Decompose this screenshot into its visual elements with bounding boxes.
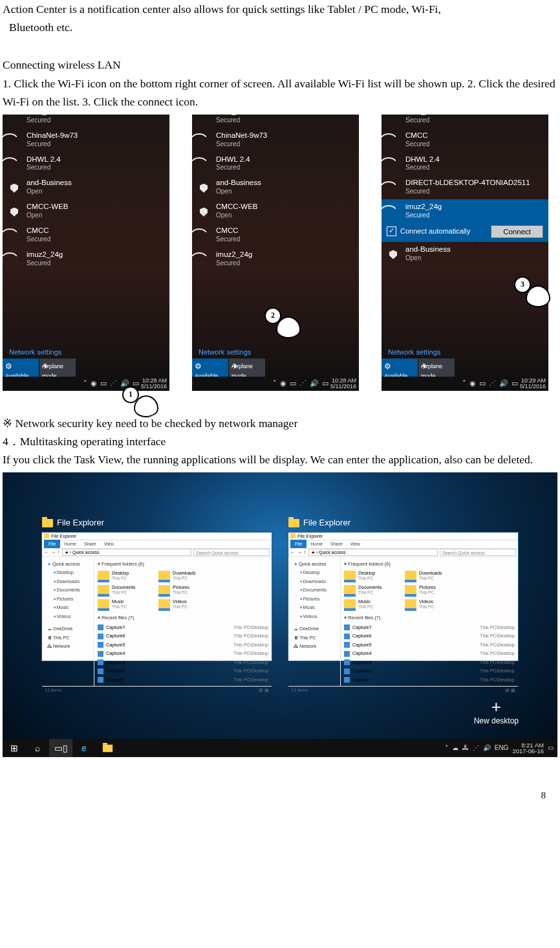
- wifi-network-item[interactable]: CMCC-WEBOpen: [3, 199, 169, 223]
- nav-item[interactable]: Documents: [291, 586, 338, 595]
- tray-network-icon[interactable]: 🖧: [462, 743, 469, 753]
- address-bar[interactable]: ★ › Quick access: [308, 549, 438, 556]
- nav-item[interactable]: Pictures: [291, 595, 338, 604]
- recent-file[interactable]: Capture7This PC\Desktop: [98, 623, 268, 632]
- nav-item[interactable]: Downloads: [291, 577, 338, 586]
- tray-location-icon[interactable]: ◉: [469, 378, 476, 390]
- frequent-folder[interactable]: PicturesThis PC: [158, 584, 214, 598]
- edge-button[interactable]: e: [72, 739, 96, 757]
- new-desktop-button[interactable]: + New desktop: [474, 698, 519, 727]
- wifi-network-item[interactable]: imuz2_24gSecured✓Connect automaticallyCo…: [382, 199, 548, 242]
- nav-onedrive[interactable]: OneDrive: [45, 624, 91, 634]
- taskview-card-1[interactable]: File Explorer File ExplorerFileHomeShare…: [42, 516, 272, 661]
- tray-battery-icon[interactable]: ▭: [100, 378, 107, 390]
- tray-location-icon[interactable]: ◉: [91, 378, 97, 390]
- tray-volume-icon[interactable]: 🔊: [310, 378, 319, 390]
- wifi-network-item[interactable]: CMCC-WEBOpen: [192, 199, 359, 223]
- recent-file[interactable]: Capture2This PC\Desktop: [98, 667, 268, 676]
- nav-quick-access[interactable]: Quick access: [291, 560, 338, 569]
- tray-wifi-icon[interactable]: ⋰: [473, 743, 479, 753]
- explorer-button[interactable]: [96, 739, 119, 757]
- search-button[interactable]: ⌕: [26, 739, 49, 757]
- tray-clock[interactable]: 10:29 AM5/11/2016: [520, 378, 546, 390]
- nav-onedrive[interactable]: OneDrive: [291, 624, 338, 634]
- network-settings-link[interactable]: Network settings: [388, 347, 440, 358]
- connect-automatically-checkbox[interactable]: ✓Connect automatically: [387, 226, 470, 237]
- frequent-folder[interactable]: DownloadsThis PC: [158, 569, 214, 584]
- wifi-network-item[interactable]: CMCCSecured: [192, 223, 359, 247]
- taskview-card-2[interactable]: File Explorer File ExplorerFileHomeShare…: [288, 516, 518, 661]
- tray-wifi-icon[interactable]: ⋰: [110, 378, 117, 390]
- nav-this-pc[interactable]: This PC: [291, 634, 338, 643]
- tray-clock[interactable]: 10:28 AM 5/11/2016: [141, 378, 167, 390]
- recent-file[interactable]: Capture7This PC\Desktop: [344, 623, 515, 632]
- wifi-network-item[interactable]: DHWL 2.4Secured: [3, 152, 169, 176]
- nav-item[interactable]: Videos: [45, 612, 91, 621]
- tray-wifi-icon[interactable]: ⋰: [299, 378, 307, 390]
- wifi-network-item[interactable]: imuz_NL12GSecured: [382, 115, 548, 128]
- wifi-network-item[interactable]: imuz2_24gSecured: [192, 247, 359, 271]
- taskview-button[interactable]: ▭▯: [49, 739, 72, 757]
- wifi-network-item[interactable]: DHWL 2.4Secured: [382, 152, 548, 176]
- search-input[interactable]: Search Quick access: [440, 549, 516, 556]
- tray-location-icon[interactable]: ◉: [280, 378, 286, 390]
- ribbon-tab-share[interactable]: Share: [80, 540, 100, 547]
- wifi-network-item[interactable]: and-BusinessOpen: [3, 175, 169, 199]
- nav-quick-access[interactable]: Quick access: [45, 560, 91, 569]
- frequent-folder[interactable]: DesktopThis PC: [98, 569, 153, 584]
- recent-file[interactable]: Capture6This PC\Desktop: [344, 632, 515, 641]
- tray-action-center-icon[interactable]: ▭: [322, 378, 328, 390]
- tray-chevron-icon[interactable]: ˄: [273, 378, 277, 390]
- tray-volume-icon[interactable]: 🔊: [483, 743, 491, 753]
- tray-volume-icon[interactable]: 🔊: [499, 378, 508, 390]
- wifi-network-item[interactable]: DIRECT-bLDESKTOP-4TONIAD2511Secured: [382, 175, 548, 199]
- nav-item[interactable]: Documents: [45, 586, 91, 595]
- nav-item[interactable]: Downloads: [45, 577, 91, 586]
- tray-volume-icon[interactable]: 🔊: [120, 378, 129, 390]
- tray-language[interactable]: ENG: [495, 743, 509, 753]
- recent-file[interactable]: Capture5This PC\Desktop: [98, 641, 268, 650]
- frequent-folder[interactable]: DesktopThis PC: [344, 569, 400, 584]
- tray-action-center-icon[interactable]: ▭: [548, 743, 554, 753]
- ribbon-tab-home[interactable]: Home: [307, 540, 327, 547]
- ribbon-tab-home[interactable]: Home: [60, 540, 80, 547]
- wifi-network-item[interactable]: and-BusinessOpen: [192, 175, 359, 199]
- frequent-folder[interactable]: MusicThis PC: [98, 598, 153, 612]
- tray-action-center-icon[interactable]: ▭: [512, 378, 518, 390]
- recent-file[interactable]: CaptureThis PC\Desktop: [98, 676, 268, 685]
- frequent-folder[interactable]: MusicThis PC: [344, 598, 400, 612]
- recent-file[interactable]: Capture6This PC\Desktop: [98, 632, 268, 641]
- ribbon-tab-view[interactable]: View: [100, 540, 118, 547]
- wifi-network-item[interactable]: ChinaNet-9w73Secured: [192, 128, 359, 152]
- tray-battery-icon[interactable]: ▭: [290, 378, 296, 390]
- recent-file[interactable]: Capture3This PC\Desktop: [98, 658, 268, 667]
- nav-item[interactable]: Videos: [291, 612, 338, 621]
- start-button[interactable]: ⊞: [3, 739, 26, 757]
- frequent-folder[interactable]: VideosThis PC: [405, 598, 460, 612]
- frequent-folder[interactable]: VideosThis PC: [158, 598, 214, 612]
- nav-network[interactable]: Network: [291, 642, 338, 651]
- tray-action-center-icon[interactable]: ▭: [133, 378, 139, 390]
- wifi-network-item[interactable]: imuz_NL12GSecured: [3, 115, 169, 128]
- search-input[interactable]: Search Quick access: [193, 549, 270, 556]
- tray-clock[interactable]: 8:21 AM 2017-06-16: [512, 742, 544, 755]
- recent-file[interactable]: Capture2This PC\Desktop: [344, 667, 515, 676]
- address-bar[interactable]: ★ › Quick access: [62, 549, 191, 556]
- wifi-network-item[interactable]: CMCCSecured: [382, 128, 548, 152]
- frequent-folder[interactable]: DownloadsThis PC: [405, 569, 460, 584]
- wifi-network-item[interactable]: ChinaNet-9w73Secured: [3, 128, 169, 152]
- nav-item[interactable]: Desktop: [45, 568, 91, 577]
- recent-file[interactable]: Capture4This PC\Desktop: [98, 649, 268, 658]
- nav-network[interactable]: Network: [45, 642, 91, 651]
- tray-onedrive-icon[interactable]: ☁: [452, 743, 458, 753]
- wifi-network-item[interactable]: CMCCSecured: [3, 223, 169, 247]
- frequent-folder[interactable]: DocumentsThis PC: [344, 584, 400, 598]
- nav-item[interactable]: Music: [45, 603, 91, 612]
- tray-chevron-icon[interactable]: ˄: [462, 378, 466, 390]
- ribbon-tab-view[interactable]: View: [347, 540, 364, 547]
- network-settings-link[interactable]: Network settings: [199, 347, 251, 358]
- recent-file[interactable]: CaptureThis PC\Desktop: [344, 676, 515, 685]
- nav-item[interactable]: Pictures: [45, 595, 91, 604]
- wifi-network-item[interactable]: DHWL 2.4Secured: [192, 152, 359, 176]
- tray-wifi-icon[interactable]: ⋰: [489, 378, 496, 390]
